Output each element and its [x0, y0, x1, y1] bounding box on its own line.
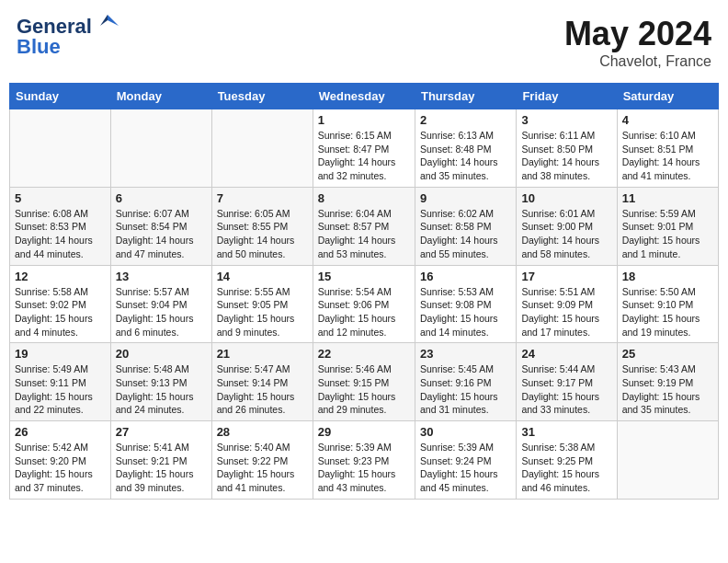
calendar-cell: 2Sunrise: 6:13 AM Sunset: 8:48 PM Daylig…: [415, 109, 516, 188]
day-number: 18: [622, 270, 713, 283]
calendar-cell: 30Sunrise: 5:39 AM Sunset: 9:24 PM Dayli…: [415, 421, 516, 500]
cell-content: Sunrise: 6:08 AM Sunset: 8:53 PM Dayligh…: [15, 207, 106, 261]
calendar-cell: 17Sunrise: 5:51 AM Sunset: 9:09 PM Dayli…: [517, 265, 617, 343]
day-number: 23: [420, 347, 511, 361]
calendar-cell: 25Sunrise: 5:43 AM Sunset: 9:19 PM Dayli…: [617, 343, 718, 421]
cell-content: Sunrise: 5:38 AM Sunset: 9:25 PM Dayligh…: [521, 441, 611, 495]
day-number: 30: [420, 425, 511, 439]
cell-content: Sunrise: 6:05 AM Sunset: 8:55 PM Dayligh…: [217, 207, 308, 261]
cell-content: Sunrise: 5:58 AM Sunset: 9:02 PM Dayligh…: [15, 285, 106, 339]
day-number: 12: [15, 270, 106, 283]
calendar-week-row: 5Sunrise: 6:08 AM Sunset: 8:53 PM Daylig…: [10, 187, 719, 265]
calendar-cell: [211, 109, 313, 188]
cell-content: Sunrise: 5:40 AM Sunset: 9:22 PM Dayligh…: [217, 441, 308, 495]
cell-content: Sunrise: 6:15 AM Sunset: 8:47 PM Dayligh…: [318, 129, 410, 183]
svg-marker-0: [108, 15, 119, 26]
cell-content: Sunrise: 6:13 AM Sunset: 8:48 PM Dayligh…: [420, 129, 511, 183]
calendar-cell: 29Sunrise: 5:39 AM Sunset: 9:23 PM Dayli…: [313, 421, 415, 500]
weekday-header: Friday: [517, 84, 617, 109]
calendar-cell: 6Sunrise: 6:07 AM Sunset: 8:54 PM Daylig…: [110, 187, 211, 265]
calendar-cell: [10, 109, 111, 188]
title-block: May 2024 Chavelot, France: [564, 15, 711, 70]
calendar-cell: 15Sunrise: 5:54 AM Sunset: 9:06 PM Dayli…: [313, 265, 415, 343]
weekday-header: Sunday: [10, 84, 111, 109]
calendar-cell: [110, 109, 211, 188]
cell-content: Sunrise: 5:42 AM Sunset: 9:20 PM Dayligh…: [15, 441, 106, 495]
day-number: 8: [318, 191, 410, 205]
day-number: 21: [217, 347, 308, 361]
day-number: 3: [521, 113, 611, 127]
calendar-cell: 5Sunrise: 6:08 AM Sunset: 8:53 PM Daylig…: [10, 187, 111, 265]
calendar-cell: 4Sunrise: 6:10 AM Sunset: 8:51 PM Daylig…: [617, 109, 718, 188]
cell-content: Sunrise: 5:46 AM Sunset: 9:15 PM Dayligh…: [318, 362, 410, 417]
day-number: 15: [318, 270, 410, 283]
logo: General Blue: [17, 15, 120, 59]
cell-content: Sunrise: 6:10 AM Sunset: 8:51 PM Dayligh…: [622, 129, 713, 183]
cell-content: Sunrise: 5:50 AM Sunset: 9:10 PM Dayligh…: [622, 285, 713, 339]
cell-content: Sunrise: 5:57 AM Sunset: 9:04 PM Dayligh…: [116, 285, 207, 339]
weekday-header: Saturday: [617, 84, 718, 109]
calendar-cell: 24Sunrise: 5:44 AM Sunset: 9:17 PM Dayli…: [517, 343, 617, 421]
cell-content: Sunrise: 6:02 AM Sunset: 8:58 PM Dayligh…: [420, 207, 511, 261]
svg-marker-1: [100, 15, 108, 26]
day-number: 9: [420, 191, 511, 205]
logo-icon: [95, 13, 120, 39]
day-number: 11: [622, 191, 713, 205]
cell-content: Sunrise: 5:39 AM Sunset: 9:23 PM Dayligh…: [318, 441, 410, 495]
month-title: May 2024: [564, 15, 711, 53]
calendar-week-row: 19Sunrise: 5:49 AM Sunset: 9:11 PM Dayli…: [10, 343, 719, 421]
day-number: 31: [521, 425, 611, 439]
cell-content: Sunrise: 5:53 AM Sunset: 9:08 PM Dayligh…: [420, 285, 511, 339]
calendar-cell: 3Sunrise: 6:11 AM Sunset: 8:50 PM Daylig…: [517, 109, 617, 188]
cell-content: Sunrise: 5:44 AM Sunset: 9:17 PM Dayligh…: [521, 362, 611, 417]
calendar-cell: 11Sunrise: 5:59 AM Sunset: 9:01 PM Dayli…: [617, 187, 718, 265]
cell-content: Sunrise: 5:59 AM Sunset: 9:01 PM Dayligh…: [622, 207, 713, 261]
day-number: 1: [318, 113, 410, 127]
day-number: 6: [116, 191, 207, 205]
calendar-week-row: 12Sunrise: 5:58 AM Sunset: 9:02 PM Dayli…: [10, 265, 719, 343]
cell-content: Sunrise: 5:47 AM Sunset: 9:14 PM Dayligh…: [217, 362, 308, 417]
weekday-header: Thursday: [415, 84, 516, 109]
day-number: 26: [15, 425, 106, 439]
page-header: General Blue May 2024 Chavelot, France: [9, 9, 719, 75]
calendar-cell: 22Sunrise: 5:46 AM Sunset: 9:15 PM Dayli…: [313, 343, 415, 421]
day-number: 4: [622, 113, 713, 127]
cell-content: Sunrise: 6:01 AM Sunset: 9:00 PM Dayligh…: [521, 207, 611, 261]
calendar-cell: 1Sunrise: 6:15 AM Sunset: 8:47 PM Daylig…: [313, 109, 415, 188]
calendar-cell: 27Sunrise: 5:41 AM Sunset: 9:21 PM Dayli…: [110, 421, 211, 500]
cell-content: Sunrise: 5:43 AM Sunset: 9:19 PM Dayligh…: [622, 362, 713, 417]
cell-content: Sunrise: 6:04 AM Sunset: 8:57 PM Dayligh…: [318, 207, 410, 261]
cell-content: Sunrise: 5:51 AM Sunset: 9:09 PM Dayligh…: [521, 285, 611, 339]
day-number: 7: [217, 191, 308, 205]
cell-content: Sunrise: 5:54 AM Sunset: 9:06 PM Dayligh…: [318, 285, 410, 339]
calendar-cell: 16Sunrise: 5:53 AM Sunset: 9:08 PM Dayli…: [415, 265, 516, 343]
calendar-cell: 9Sunrise: 6:02 AM Sunset: 8:58 PM Daylig…: [415, 187, 516, 265]
cell-content: Sunrise: 5:45 AM Sunset: 9:16 PM Dayligh…: [420, 362, 511, 417]
calendar-cell: 7Sunrise: 6:05 AM Sunset: 8:55 PM Daylig…: [211, 187, 313, 265]
calendar-cell: 21Sunrise: 5:47 AM Sunset: 9:14 PM Dayli…: [211, 343, 313, 421]
calendar-cell: 8Sunrise: 6:04 AM Sunset: 8:57 PM Daylig…: [313, 187, 415, 265]
calendar-cell: 10Sunrise: 6:01 AM Sunset: 9:00 PM Dayli…: [517, 187, 617, 265]
weekday-header: Wednesday: [313, 84, 415, 109]
day-number: 22: [318, 347, 410, 361]
cell-content: Sunrise: 6:07 AM Sunset: 8:54 PM Dayligh…: [116, 207, 207, 261]
day-number: 28: [217, 425, 308, 439]
day-number: 16: [420, 270, 511, 283]
day-number: 17: [521, 270, 611, 283]
day-number: 10: [521, 191, 611, 205]
day-number: 20: [116, 347, 207, 361]
day-number: 5: [15, 191, 106, 205]
cell-content: Sunrise: 5:48 AM Sunset: 9:13 PM Dayligh…: [116, 362, 207, 417]
calendar-cell: 28Sunrise: 5:40 AM Sunset: 9:22 PM Dayli…: [211, 421, 313, 500]
weekday-header: Monday: [110, 84, 211, 109]
calendar-week-row: 26Sunrise: 5:42 AM Sunset: 9:20 PM Dayli…: [10, 421, 719, 500]
calendar-cell: [617, 421, 718, 500]
calendar-table: SundayMondayTuesdayWednesdayThursdayFrid…: [9, 83, 719, 500]
location-title: Chavelot, France: [564, 53, 711, 70]
calendar-cell: 20Sunrise: 5:48 AM Sunset: 9:13 PM Dayli…: [110, 343, 211, 421]
day-number: 24: [521, 347, 611, 361]
day-number: 19: [15, 347, 106, 361]
cell-content: Sunrise: 5:41 AM Sunset: 9:21 PM Dayligh…: [116, 441, 207, 495]
day-number: 29: [318, 425, 410, 439]
calendar-cell: 31Sunrise: 5:38 AM Sunset: 9:25 PM Dayli…: [517, 421, 617, 500]
